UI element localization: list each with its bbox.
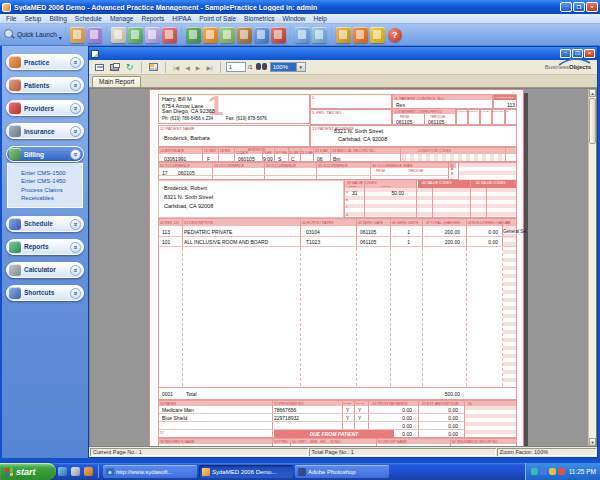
scrollbar-thumb[interactable] (589, 98, 596, 144)
zoom-combobox[interactable]: 100% (270, 62, 306, 72)
scroll-up-icon[interactable] (589, 89, 596, 97)
provider-phone: Ph: (619) 786-6456 x 234 (162, 116, 213, 122)
chart-icon[interactable] (336, 27, 351, 43)
practice-folder-icon[interactable] (70, 27, 85, 43)
lock-icon[interactable] (370, 27, 385, 43)
chevron-down-icon[interactable] (70, 219, 81, 230)
sidebar-item-providers[interactable]: Providers (6, 100, 84, 116)
zoom-value[interactable]: 100% (271, 63, 296, 71)
last-page-button[interactable] (204, 64, 214, 71)
print-button[interactable] (108, 61, 121, 73)
show-desktop-icon[interactable] (71, 467, 80, 476)
menu-manage[interactable]: Manage (106, 15, 138, 22)
report-restore-button[interactable] (572, 49, 583, 58)
maximize-button[interactable] (573, 2, 585, 12)
user-icon[interactable] (271, 27, 286, 43)
start-button[interactable]: start (0, 463, 56, 480)
shortcuts-icon (9, 287, 21, 299)
help-icon[interactable] (388, 28, 402, 42)
link-process-claims[interactable]: Process Claims (21, 187, 82, 193)
sidebar-item-billing[interactable]: Billing (6, 146, 84, 162)
link-enter-cms-1450[interactable]: Enter CMS-1450 (21, 178, 82, 184)
link-receivables[interactable]: Receivables (21, 195, 82, 201)
previous-page-button[interactable] (183, 64, 192, 71)
menu-file[interactable]: File (2, 15, 20, 22)
menu-biometrics[interactable]: Biometrics (240, 15, 278, 22)
report-clock-icon[interactable] (295, 27, 310, 43)
refresh-button[interactable] (123, 61, 136, 73)
menu-setup[interactable]: Setup (20, 15, 45, 22)
sidebar-item-patients[interactable]: Patients (6, 77, 84, 93)
patient-record-icon[interactable] (162, 27, 177, 43)
task-ie-window[interactable]: e http://www.sydasoft... (103, 465, 197, 478)
find-button[interactable] (255, 61, 268, 73)
menu-point-of-sale[interactable]: Point of Sale (195, 15, 240, 22)
label-occ35: 35 OCCURRENCE (318, 164, 348, 168)
menu-help[interactable]: Help (310, 15, 331, 22)
monitor-calendar-icon[interactable] (353, 27, 368, 43)
link-enter-cms-1500[interactable]: Enter CMS-1500 (21, 170, 82, 176)
sidebar-item-calculator[interactable]: Calculator (6, 262, 84, 278)
menu-hipaa[interactable]: HIPAA (168, 15, 195, 22)
quick-launch-label[interactable]: Quick Launch (17, 31, 57, 38)
chevron-up-icon[interactable] (70, 149, 81, 160)
folders-icon[interactable] (237, 27, 252, 43)
tab-main-report[interactable]: Main Report (92, 76, 141, 87)
report-viewport[interactable]: 1 Harry, Bill M 6754 Arrow Lane San Dieg… (89, 88, 597, 447)
chevron-down-icon[interactable] (70, 265, 81, 276)
claims-grid-icon[interactable] (220, 27, 235, 43)
report-list-icon[interactable] (312, 27, 327, 43)
menu-reports[interactable]: Reports (137, 15, 168, 22)
scroll-down-icon[interactable] (589, 438, 596, 446)
clipboard-icon[interactable] (111, 27, 126, 43)
col-payer: 50 PAYER (160, 402, 176, 406)
next-page-button[interactable] (194, 64, 203, 71)
tray-volume-icon[interactable] (549, 468, 556, 475)
media-player-icon[interactable] (84, 467, 93, 476)
close-button[interactable] (586, 2, 598, 12)
chevron-down-icon[interactable] (70, 288, 81, 299)
people-globe-icon[interactable] (186, 27, 201, 43)
report-minimize-button[interactable] (560, 49, 571, 58)
task-photoshop-window[interactable]: Adobe Photoshop (295, 465, 389, 478)
sidebar-item-practice[interactable]: Practice (6, 54, 84, 70)
payment-coin-icon[interactable] (203, 27, 218, 43)
status-current-page: Current Page No.: 1 (90, 448, 308, 456)
sidebar-item-schedule[interactable]: Schedule (6, 216, 84, 232)
chevron-down-icon[interactable] (70, 103, 81, 114)
workstation-icon[interactable] (254, 27, 269, 43)
tray-network-icon[interactable] (531, 468, 538, 475)
zoom-dropdown-icon[interactable] (296, 63, 305, 71)
menu-window[interactable]: Window (278, 15, 309, 22)
claim-form-page: 1 Harry, Bill M 6754 Arrow Lane San Dieg… (149, 89, 524, 447)
task-sydamed-window[interactable]: SydaMED 2006 Demo... (199, 465, 293, 478)
first-page-button[interactable] (171, 64, 181, 71)
menu-billing[interactable]: Billing (45, 15, 70, 22)
patient-search-icon[interactable] (128, 27, 143, 43)
quick-launch-dropdown-icon[interactable] (59, 26, 62, 44)
group-tree-button[interactable] (147, 61, 160, 73)
chevron-down-icon[interactable] (70, 57, 81, 68)
sidebar-item-insurance[interactable]: Insurance (6, 123, 84, 139)
svc2-desc: ALL INCLUSIVE ROOM AND BOARD (184, 239, 268, 245)
document-edit-icon[interactable] (145, 27, 160, 43)
sidebar-item-shortcuts[interactable]: Shortcuts (6, 285, 84, 301)
due-amount: 0.00 (432, 431, 458, 437)
vertical-scrollbar[interactable] (588, 89, 596, 446)
patient-folder-icon[interactable] (87, 27, 102, 43)
chevron-down-icon[interactable] (70, 126, 81, 137)
ie-quicklaunch-icon[interactable] (58, 467, 67, 476)
task-label: SydaMED 2006 Demo... (212, 469, 277, 475)
minimize-button[interactable] (560, 2, 572, 12)
chevron-down-icon[interactable] (70, 242, 81, 253)
search-icon[interactable] (4, 29, 15, 40)
menu-schedule[interactable]: Schedule (71, 15, 106, 22)
chevron-down-icon[interactable] (70, 80, 81, 91)
tray-antivirus-icon[interactable] (558, 468, 565, 475)
report-close-button[interactable] (584, 49, 595, 58)
tray-messenger-icon[interactable] (540, 468, 547, 475)
export-button[interactable] (93, 61, 106, 73)
page-number-input[interactable]: 1 (226, 62, 246, 72)
svc1-noncovered: 0.00 (474, 229, 498, 235)
sidebar-item-reports[interactable]: Reports (6, 239, 84, 255)
